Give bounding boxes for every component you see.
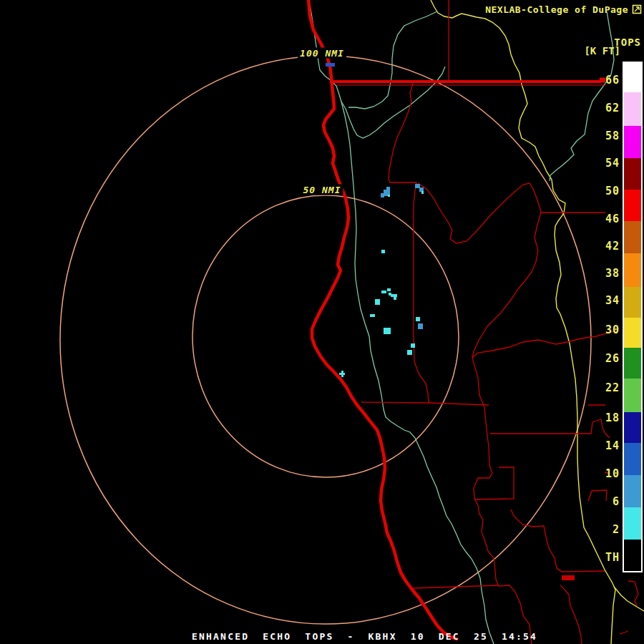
scale-band	[624, 126, 641, 158]
coastline-path	[308, 0, 457, 639]
river-coastal-path	[310, 4, 494, 644]
color-scale-labels: 66625854504642383430262218141062TH	[585, 0, 620, 644]
scale-label: 62	[585, 102, 620, 114]
radar-map	[0, 0, 644, 644]
scale-label: 6	[585, 495, 620, 508]
scale-band	[624, 540, 641, 571]
scale-band	[624, 475, 641, 507]
radar-display: NEXLAB-College of DuPage TOPS [K FT] 666…	[0, 0, 644, 644]
river-loop-path	[348, 11, 437, 109]
scale-label: 50	[585, 185, 620, 197]
scale-label: 18	[585, 411, 620, 424]
scale-label: 38	[585, 267, 620, 280]
scale-label: 30	[585, 323, 620, 336]
scale-band	[624, 253, 641, 287]
scale-band	[624, 379, 641, 412]
scale-label: 54	[585, 157, 620, 170]
scale-label: 46	[585, 213, 620, 225]
county-line-horizontal-a-path	[361, 402, 489, 405]
color-scale-bands	[624, 63, 641, 571]
scale-band	[624, 63, 641, 92]
scale-band	[624, 507, 641, 540]
scale-label: 26	[585, 352, 620, 365]
scale-band	[624, 348, 641, 379]
cod-logo-icon	[632, 4, 642, 14]
range-ring-100nmi	[60, 56, 591, 624]
county-corner-dashes-path	[620, 581, 638, 634]
county-border-mid-path	[418, 183, 605, 243]
color-scale-bar	[623, 62, 643, 572]
scale-band	[624, 158, 641, 190]
scale-band	[624, 190, 641, 221]
scale-label: 66	[585, 74, 620, 87]
range-ring-label-50nmi: 50 NMI	[301, 185, 343, 195]
scale-label: TH	[585, 551, 620, 564]
range-ring-50nmi	[192, 195, 459, 477]
product-caption: ENHANCED ECHO TOPS - KBHX 10 DEC 25 14:5…	[192, 631, 537, 642]
scale-band	[624, 287, 641, 318]
county-thick-segment	[562, 575, 575, 580]
scale-label: 14	[585, 439, 620, 452]
scale-band	[624, 318, 641, 348]
scale-label: 22	[585, 381, 620, 394]
scale-band	[624, 92, 641, 126]
county-rectangle-path	[474, 467, 514, 499]
scale-band	[624, 221, 641, 253]
range-ring-label-100nmi: 100 NMI	[298, 48, 346, 59]
scale-band	[624, 443, 641, 475]
scale-label: 58	[585, 130, 620, 142]
river-inland-branch-path	[341, 67, 445, 138]
scale-label: 10	[585, 467, 620, 480]
county-border-southeast-path	[413, 509, 605, 644]
scale-label: 2	[585, 523, 620, 536]
scale-label: 34	[585, 294, 620, 307]
scale-band	[624, 412, 641, 443]
county-border-west-path	[389, 84, 429, 403]
scale-label: 42	[585, 240, 620, 253]
county-border-south-path	[472, 213, 541, 644]
